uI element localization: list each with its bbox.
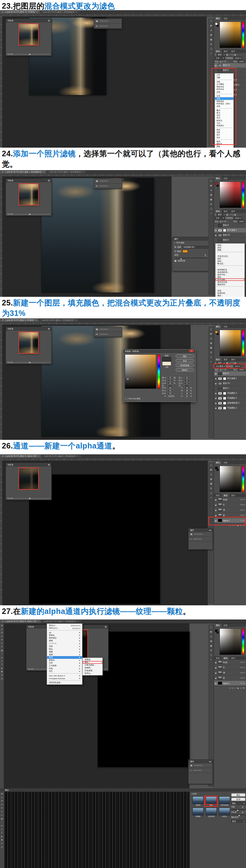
document-tab[interactable]: 1.psd @ 22.6% (曲线 2, 图层蒙版/8) * × bbox=[40, 10, 80, 14]
lock-icon[interactable]: ▪ bbox=[226, 220, 227, 222]
blend-mode-option[interactable]: 线性光 bbox=[215, 119, 234, 122]
tool-icon[interactable]: ⚲ bbox=[1, 674, 3, 676]
lock-icon[interactable]: ▨ bbox=[220, 369, 222, 371]
tool-icon[interactable]: ◫ bbox=[1, 846, 3, 848]
menu-item[interactable]: 像素化▶ bbox=[47, 659, 82, 661]
tool-icon[interactable]: ◭ bbox=[1, 835, 3, 838]
panel-tab[interactable]: 图层 bbox=[214, 210, 222, 213]
hue-strip[interactable] bbox=[242, 182, 244, 208]
filter-thumb[interactable]: 颗粒 bbox=[205, 796, 218, 807]
lock-icon[interactable]: ✛ bbox=[222, 220, 223, 222]
panel-icon[interactable]: ⚙ bbox=[210, 649, 212, 651]
blend-mode-option[interactable]: 减去 bbox=[215, 133, 234, 136]
foreground-swatch[interactable] bbox=[215, 331, 218, 334]
channel-row[interactable]: ◉Alpha 1Ctrl+6 bbox=[214, 681, 246, 686]
visibility-eye-icon[interactable]: ◉ bbox=[215, 520, 217, 522]
value-radio[interactable] bbox=[179, 382, 181, 384]
panel-icon[interactable]: ◩ bbox=[210, 333, 212, 335]
panel-icon[interactable]: ❑ bbox=[210, 356, 212, 358]
panel-icon[interactable]: ◩ bbox=[210, 469, 212, 471]
lock-icon[interactable]: ✛ bbox=[222, 369, 223, 371]
dialog-button[interactable]: 复位 bbox=[176, 359, 194, 362]
mini-panel-row[interactable]: ▦ bbox=[94, 179, 122, 184]
layer-row[interactable]: ◉可选颜色 3 bbox=[214, 391, 246, 396]
menu-item[interactable] bbox=[217, 286, 243, 289]
layer-row[interactable]: ◉照片滤镜 1 bbox=[214, 376, 246, 381]
visibility-eye-icon[interactable]: ◉ bbox=[215, 661, 217, 663]
panel-tab[interactable]: 图层 bbox=[214, 494, 222, 497]
collapse-icon[interactable]: ◂◂ bbox=[209, 528, 211, 531]
channel-row[interactable]: ◉绿Ctrl+4 bbox=[214, 507, 246, 513]
color-field[interactable] bbox=[220, 466, 241, 492]
visibility-eye-icon[interactable]: ◉ bbox=[215, 372, 217, 375]
panel-icon[interactable]: ⓘ bbox=[210, 626, 212, 628]
blend-mode-option[interactable]: 滤色 bbox=[215, 97, 234, 100]
filter-kind-icon[interactable]: ◐ bbox=[228, 214, 230, 216]
ok-button[interactable]: 确定 bbox=[231, 793, 245, 797]
fill-value[interactable]: 100% bbox=[238, 369, 245, 371]
value-radio[interactable] bbox=[162, 387, 164, 389]
visibility-eye-icon[interactable]: ◉ bbox=[215, 377, 217, 379]
mini-panel-row[interactable]: ▦ bbox=[94, 19, 122, 24]
filter-kind-icon[interactable]: T bbox=[230, 54, 232, 56]
menu-item[interactable]: 渲染▶ bbox=[47, 661, 82, 664]
panel-tab[interactable]: 图层 bbox=[214, 50, 222, 53]
panel-tab[interactable]: 通道 bbox=[222, 494, 229, 497]
tool-icon[interactable]: ✏ bbox=[1, 814, 2, 816]
visibility-eye-icon[interactable]: ◉ bbox=[215, 504, 217, 506]
tool-icon[interactable]: ✥ bbox=[1, 625, 2, 627]
tool-icon[interactable]: ◔ bbox=[1, 653, 2, 655]
lock-icon[interactable]: ✛ bbox=[222, 61, 223, 62]
panel-tab[interactable]: 路径 bbox=[229, 494, 237, 497]
tool-icon[interactable]: ✏ bbox=[1, 646, 2, 648]
visibility-eye-icon[interactable]: ◉ bbox=[215, 514, 217, 517]
panel-tab[interactable]: 路径 bbox=[229, 50, 237, 53]
panel-tab[interactable]: 通道 bbox=[222, 358, 229, 361]
tool-icon[interactable]: ✇ bbox=[1, 800, 2, 802]
blend-mode-option[interactable]: 深色 bbox=[215, 91, 234, 93]
blend-mode-option[interactable]: 线性减淡（添加） bbox=[215, 102, 234, 105]
panel-tab[interactable]: 颜色 bbox=[214, 623, 222, 627]
blend-mode-option[interactable]: 溶解 bbox=[215, 76, 234, 79]
panel-tab[interactable]: 通道 bbox=[222, 656, 229, 660]
lock-icon[interactable]: ✥ bbox=[224, 220, 226, 222]
visibility-eye-icon[interactable]: ◉ bbox=[215, 402, 217, 404]
foreground-swatch[interactable] bbox=[215, 182, 218, 185]
menu-item[interactable] bbox=[217, 266, 243, 268]
tool-icon[interactable]: ▨ bbox=[1, 650, 3, 652]
document-tab[interactable]: 2：1.psd @ 53.9% (图层 8, Alpha 1/8) * × bbox=[0, 619, 41, 623]
document-tab[interactable]: 2：1.psd @ 53.9% (图层 10, RGB/8) * × bbox=[0, 10, 40, 14]
panel-icon[interactable]: ❑ bbox=[210, 654, 212, 656]
blend-mode-option[interactable]: 变暗 bbox=[215, 81, 234, 83]
filter-kind-icon[interactable]: ▣ bbox=[226, 54, 228, 56]
panel-icon[interactable]: ⚙ bbox=[210, 203, 212, 205]
filter-kind-icon[interactable]: ▦ bbox=[234, 214, 236, 216]
color-field[interactable] bbox=[220, 182, 241, 208]
panel-tab[interactable]: 色板 bbox=[222, 17, 229, 20]
panel-icon[interactable]: ▤ bbox=[210, 342, 212, 344]
blend-mode-option[interactable]: 颜色加深 bbox=[215, 86, 234, 88]
value-radio[interactable] bbox=[162, 385, 164, 386]
preserve-luminosity-checkbox[interactable]: ✓ bbox=[174, 260, 177, 262]
panel-icon[interactable]: ◐ bbox=[210, 361, 212, 363]
panel-icon[interactable]: ▦ bbox=[210, 38, 212, 40]
tool-icon[interactable]: ✒ bbox=[1, 825, 2, 827]
hue-strip[interactable] bbox=[242, 330, 244, 356]
layer-row[interactable]: ◉图层 10 bbox=[214, 63, 246, 68]
filter-kind-icon[interactable]: ◐ bbox=[228, 54, 230, 56]
navigator-thumbnail[interactable] bbox=[19, 468, 38, 489]
blend-mode-option[interactable]: 柔光 bbox=[215, 112, 234, 114]
zoom-level[interactable]: 53.91% bbox=[7, 362, 13, 363]
panel-footer-icon[interactable]: ❑ bbox=[240, 524, 242, 526]
panel-menu-icon[interactable]: ▤ bbox=[48, 19, 50, 22]
visibility-eye-icon[interactable]: ◉ bbox=[215, 499, 217, 501]
filter-radio[interactable] bbox=[174, 246, 176, 248]
channel-row[interactable]: ◉绿Ctrl+4 bbox=[214, 670, 246, 676]
panel-menu-icon[interactable]: ▤ bbox=[105, 625, 107, 628]
panel-icon[interactable]: ◐ bbox=[210, 212, 212, 214]
opacity-value[interactable]: 100%▾ bbox=[234, 57, 242, 60]
filter-kind-icon[interactable]: T bbox=[230, 362, 232, 364]
tool-icon[interactable]: ✎ bbox=[1, 643, 2, 645]
filter-kind-icon[interactable]: ▣ bbox=[226, 362, 228, 364]
density-slider[interactable] bbox=[175, 258, 210, 258]
